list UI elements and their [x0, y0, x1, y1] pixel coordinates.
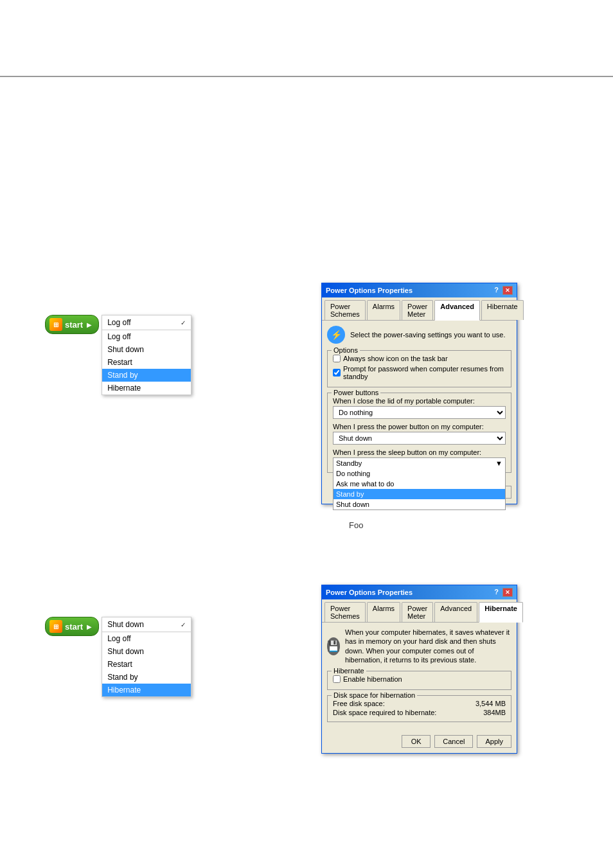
dropdown-restart-bottom[interactable]: Restart — [102, 658, 191, 671]
enable-hibernate-row: Enable hibernation — [333, 675, 506, 683]
cancel-btn-bottom[interactable]: Cancel — [434, 735, 473, 748]
start-button-top[interactable]: ⊞ start ▶ — [45, 315, 99, 334]
power-dialog-bottom: Power Options Properties ? ✕ Power Schem… — [321, 585, 517, 754]
required-value: 384MB — [483, 709, 506, 716]
dropdown-shutdown-top[interactable]: Shut down — [102, 343, 191, 356]
option-shutdown-3[interactable]: Shut down — [333, 499, 505, 509]
start-label-top: start — [65, 320, 83, 330]
option-ask-me-3[interactable]: Ask me what to do — [333, 479, 505, 489]
checkbox-row-2-top: Prompt for password when computer resume… — [333, 365, 506, 380]
required-label: Disk space required to hibernate: — [333, 709, 436, 716]
field-2-row-top: When I press the power button on my comp… — [333, 423, 506, 445]
field-3-arrow-top: ▼ — [495, 459, 502, 467]
dropdown-standby-bottom[interactable]: Stand by — [102, 671, 191, 684]
dialog-buttons-bottom: OK Cancel Apply — [322, 732, 517, 753]
enable-hibernate-checkbox[interactable] — [333, 675, 341, 683]
dropdown-arrow-top: ✓ — [181, 319, 186, 326]
start-menu-bottom: ⊞ start ▶ Shut down ✓ Log off Shut down … — [45, 617, 191, 697]
titlebar-controls-bottom: ? ✕ — [494, 588, 513, 597]
enable-hibernate-label: Enable hibernation — [343, 675, 402, 683]
tab-advanced-top[interactable]: Advanced — [434, 300, 480, 321]
power-icon-top: ⚡ — [327, 326, 345, 344]
free-disk-row: Free disk space: 3,544 MB — [333, 700, 506, 707]
checkbox-2-label-top: Prompt for password when computer resume… — [343, 365, 506, 380]
ok-btn-bottom[interactable]: OK — [402, 735, 431, 748]
dropdown-hibernate-bottom[interactable]: Hibernate — [102, 684, 191, 696]
hibernate-label-bottom: Hibernate — [332, 667, 366, 675]
start-label-bottom: start — [65, 622, 83, 632]
option-do-nothing-3[interactable]: Do nothing — [333, 468, 505, 479]
start-logo-bottom: ⊞ — [49, 620, 62, 633]
dialog-titlebar-top: Power Options Properties ? ✕ — [322, 283, 517, 297]
free-disk-value: 3,544 MB — [475, 700, 506, 707]
dropdown-standby-top[interactable]: Stand by — [102, 369, 191, 382]
disk-label-bottom: Disk space for hibernation — [332, 691, 417, 699]
icon-text-top: Select the power-saving settings you wan… — [350, 331, 506, 339]
tab-power-schemes-top[interactable]: Power Schemes — [324, 300, 366, 320]
checkbox-row-1-top: Always show icon on the task bar — [333, 355, 506, 362]
start-dropdown-top: Log off ✓ Log off Shut down Restart Stan… — [102, 315, 191, 395]
dialog-title-bottom: Power Options Properties — [326, 589, 413, 596]
start-button-bottom[interactable]: ⊞ start ▶ — [45, 617, 99, 636]
field-2-label-top: When I press the power button on my comp… — [333, 423, 506, 430]
tab-alarms-bottom[interactable]: Alarms — [367, 602, 400, 622]
hibernate-group-bottom: Hibernate Enable hibernation — [327, 671, 511, 690]
help-btn-top[interactable]: ? — [494, 286, 499, 295]
power-dialog-top: Power Options Properties ? ✕ Power Schem… — [321, 283, 517, 504]
titlebar-controls-top: ? ✕ — [494, 286, 513, 295]
dropdown-header-text-bottom: Shut down — [107, 620, 144, 629]
option-standby-3[interactable]: Stand by — [333, 489, 505, 499]
start-arrow-top: ▶ — [87, 321, 92, 328]
dropdown-logoff-top[interactable]: Log off — [102, 330, 191, 343]
disk-space-group-bottom: Disk space for hibernation Free disk spa… — [327, 695, 511, 722]
tab-power-schemes-bottom[interactable]: Power Schemes — [324, 602, 366, 622]
dropdown-logoff-bottom[interactable]: Log off — [102, 632, 191, 645]
tab-hibernate-top[interactable]: Hibernate — [481, 300, 524, 320]
start-logo-top: ⊞ — [49, 318, 62, 331]
close-btn-top[interactable]: ✕ — [502, 286, 513, 295]
required-disk-row: Disk space required to hibernate: 384MB — [333, 709, 506, 716]
checkbox-always-show-top[interactable] — [333, 355, 341, 362]
dropdown-restart-top[interactable]: Restart — [102, 356, 191, 369]
checkbox-1-label-top: Always show icon on the task bar — [343, 355, 448, 362]
dropdown-header-bottom[interactable]: Shut down ✓ — [102, 617, 191, 632]
start-dropdown-bottom: Shut down ✓ Log off Shut down Restart St… — [102, 617, 191, 697]
dropdown-arrow-bottom: ✓ — [181, 621, 186, 628]
tab-advanced-bottom[interactable]: Advanced — [434, 602, 477, 622]
options-group-top: Options Always show icon on the task bar… — [327, 350, 511, 387]
field-1-select-top[interactable]: Do nothing — [333, 406, 506, 419]
dropdown-header-text-top: Log off — [107, 318, 130, 327]
tab-power-meter-top[interactable]: Power Meter — [402, 300, 433, 320]
field-3-select-container-top: Standby ▼ Do nothing Ask me what to do S… — [333, 457, 506, 468]
tab-alarms-top[interactable]: Alarms — [367, 300, 400, 320]
tab-power-meter-bottom[interactable]: Power Meter — [402, 602, 433, 622]
field-3-label-top: When I press the sleep button on my comp… — [333, 448, 506, 456]
dialog-tabs-top: Power Schemes Alarms Power Meter Advance… — [322, 297, 517, 321]
dropdown-shutdown-bottom[interactable]: Shut down — [102, 645, 191, 658]
field-2-select-top[interactable]: Shut down — [333, 432, 506, 445]
field-3-select-top[interactable]: Standby ▼ — [333, 457, 506, 468]
power-icon-bottom: 💾 — [327, 637, 340, 655]
field-1-label-top: When I close the lid of my portable comp… — [333, 397, 506, 405]
help-btn-bottom[interactable]: ? — [494, 588, 499, 597]
checkbox-password-top[interactable] — [333, 369, 341, 376]
field-1-row-top: When I close the lid of my portable comp… — [333, 397, 506, 419]
dropdown-header-top[interactable]: Log off ✓ — [102, 315, 191, 330]
dialog-body-bottom: 💾 When your computer hibernates, it save… — [322, 623, 517, 732]
hibernate-desc-bottom: When your computer hibernates, it saves … — [345, 628, 511, 664]
field-3-options-top: Do nothing Ask me what to do Stand by Sh… — [333, 468, 506, 510]
options-label-top: Options — [332, 346, 360, 354]
free-disk-label: Free disk space: — [333, 700, 385, 707]
tab-hibernate-bottom[interactable]: Hibernate — [479, 602, 523, 623]
apply-btn-bottom[interactable]: Apply — [477, 735, 511, 748]
dialog-body-top: ⚡ Select the power-saving settings you w… — [322, 321, 517, 483]
close-btn-bottom[interactable]: ✕ — [502, 588, 513, 597]
field-3-value-top: Standby — [336, 459, 362, 467]
start-menu-top: ⊞ start ▶ Log off ✓ Log off Shut down Re… — [45, 315, 191, 395]
field-3-row-top: When I press the sleep button on my comp… — [333, 448, 506, 468]
dialog-tabs-bottom: Power Schemes Alarms Power Meter Advance… — [322, 599, 517, 623]
icon-row-top: ⚡ Select the power-saving settings you w… — [327, 326, 511, 344]
dialog-title-top: Power Options Properties — [326, 287, 413, 294]
power-buttons-label-top: Power buttons — [332, 389, 380, 396]
dropdown-hibernate-top[interactable]: Hibernate — [102, 382, 191, 394]
